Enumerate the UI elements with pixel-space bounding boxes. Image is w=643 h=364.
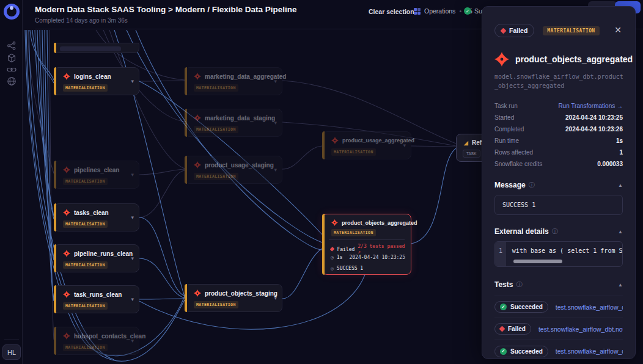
node-product-usage-staging[interactable]: product_usage_staging ▾ MATERIALISATION bbox=[185, 156, 282, 184]
materialisation-badge: MATERIALISATION bbox=[194, 126, 238, 133]
test-link[interactable]: test.snowflake_airflow_dbt.not_null_pr bbox=[556, 348, 623, 355]
operations-label: Operations bbox=[424, 7, 455, 15]
dbt-icon bbox=[494, 52, 509, 67]
globe-icon[interactable] bbox=[7, 76, 17, 86]
test-link[interactable]: test.snowflake_airflow_dbt.not_null_pr bbox=[538, 326, 623, 333]
materialisation-badge: MATERIALISATION bbox=[63, 178, 108, 185]
task-triangle-icon bbox=[463, 140, 469, 146]
node-pipeline-runs-clean[interactable]: pipeline_runs_clean ▾ MATERIALISATION bbox=[54, 244, 139, 272]
succeeded-check-icon: ✓ bbox=[500, 348, 507, 355]
operations-grid-icon bbox=[414, 8, 421, 15]
node-label: product_objects_staging bbox=[205, 290, 277, 297]
tests-summary-link[interactable]: 2/3 tests passed ↗ bbox=[358, 244, 405, 255]
failed-diamond-icon bbox=[501, 27, 507, 34]
pipeline-graph-icon[interactable] bbox=[7, 41, 17, 51]
dbt-icon bbox=[63, 73, 70, 80]
node-label: pipeline_runs_clean bbox=[74, 250, 133, 257]
message-circle-icon: ◎ bbox=[331, 266, 334, 271]
chevron-down-icon[interactable]: ▾ bbox=[274, 296, 277, 301]
node-label: tasks_clean bbox=[74, 209, 109, 216]
materialisation-badge: MATERIALISATION bbox=[194, 84, 238, 92]
materialisation-badge: MATERIALISATION bbox=[543, 26, 599, 35]
test-row: ✓ Succeeded test.snowflake_airflow_dbt.u… bbox=[494, 296, 623, 318]
info-icon: ⓘ bbox=[516, 280, 522, 289]
test-status-pill: Failed bbox=[494, 323, 531, 335]
chevron-down-icon[interactable]: ▾ bbox=[131, 79, 134, 84]
chevron-down-icon[interactable]: ▾ bbox=[131, 172, 134, 178]
node-stripe bbox=[322, 214, 325, 275]
materialisation-badge: MATERIALISATION bbox=[63, 220, 108, 228]
node-clipped-top[interactable] bbox=[54, 43, 139, 53]
dbt-icon bbox=[194, 114, 201, 122]
app-root: HL Modern Data Stack SAAS Tooling > Mode… bbox=[0, 0, 643, 364]
node-hubspot-contacts-clean[interactable]: hubspot_contacts_clean ▾ MATERIALISATION bbox=[54, 327, 139, 355]
connections-link-icon[interactable] bbox=[7, 65, 17, 75]
message-box: SUCCESS 1 bbox=[494, 195, 623, 215]
success-label: Su bbox=[474, 7, 482, 15]
detail-row-snowflake-credits: Snowflake credits 0.000033 bbox=[494, 158, 623, 170]
node-product-objects-staging[interactable]: product_objects_staging ▾ MATERIALISATIO… bbox=[185, 284, 282, 312]
sidebar-divider bbox=[4, 340, 19, 340]
clock-icon: ◷ bbox=[331, 255, 334, 260]
collapse-arrow-icon[interactable]: ▲ bbox=[618, 229, 623, 235]
external-details-section-header: External details ⓘ ▲ bbox=[494, 227, 623, 236]
success-check-icon: ✓ bbox=[464, 7, 471, 15]
node-stripe bbox=[54, 327, 56, 355]
detail-row-completed: Completed 2024-04-24 10:23:26 bbox=[494, 123, 623, 135]
close-icon[interactable]: ✕ bbox=[614, 25, 622, 35]
test-link[interactable]: test.snowflake_airflow_dbt.unique_pro bbox=[556, 304, 623, 311]
chevron-down-icon[interactable]: ▾ bbox=[403, 143, 406, 148]
test-status-pill: ✓ Succeeded bbox=[494, 346, 548, 357]
chevron-down-icon[interactable]: ▾ bbox=[274, 120, 277, 126]
failed-diamond-icon bbox=[330, 247, 335, 252]
node-stripe bbox=[185, 156, 187, 184]
task-run-link[interactable]: Run Transformations → bbox=[558, 103, 623, 109]
node-stripe bbox=[54, 203, 56, 231]
materialisation-badge: MATERIALISATION bbox=[63, 302, 108, 310]
collapse-arrow-icon[interactable]: ▲ bbox=[618, 183, 623, 188]
node-marketing-data-staging[interactable]: marketing_data_staging ▾ MATERIALISATION bbox=[185, 109, 282, 137]
chevron-down-icon[interactable]: ▾ bbox=[131, 215, 134, 220]
node-marketing-data-aggregated[interactable]: marketing_data_aggregated ▾ MATERIALISAT… bbox=[185, 67, 282, 95]
task-badge: TASK bbox=[463, 150, 480, 158]
message-section-header: Message ⓘ ▲ bbox=[494, 181, 623, 189]
chevron-down-icon[interactable]: ▾ bbox=[131, 297, 134, 302]
chevron-down-icon[interactable]: ▾ bbox=[274, 167, 277, 173]
node-product-objects-aggregated-selected[interactable]: product_objects_aggregated ▴ MATERIALISA… bbox=[322, 214, 411, 275]
node-task-runs-clean[interactable]: task_runs_clean ▾ MATERIALISATION bbox=[54, 285, 139, 313]
dbt-icon bbox=[63, 250, 70, 257]
dbt-icon bbox=[194, 73, 201, 80]
node-pipelines-clean[interactable]: pipelines_clean ▾ MATERIALISATION bbox=[54, 161, 139, 189]
dbt-icon bbox=[63, 166, 70, 173]
user-avatar[interactable]: HL bbox=[2, 344, 21, 360]
horizontal-scrollbar[interactable] bbox=[513, 260, 562, 263]
node-stripe bbox=[185, 67, 187, 95]
node-tasks-clean[interactable]: tasks_clean ▾ MATERIALISATION bbox=[54, 203, 139, 231]
node-stripe bbox=[54, 244, 56, 272]
node-stripe bbox=[185, 109, 187, 137]
clear-selection-button[interactable]: Clear selection bbox=[369, 8, 414, 15]
materialisation-badge: MATERIALISATION bbox=[63, 261, 108, 269]
chevron-down-icon[interactable]: ▾ bbox=[131, 256, 134, 261]
chevron-down-icon[interactable]: ▾ bbox=[274, 79, 277, 84]
test-row: ✓ Succeeded test.snowflake_airflow_dbt.n… bbox=[494, 340, 623, 359]
sidebar: HL bbox=[0, 0, 23, 364]
external-code-block[interactable]: 1 with base as ( select 1 from SNOWFLAKE bbox=[494, 241, 623, 267]
chevron-down-icon[interactable]: ▾ bbox=[131, 338, 134, 344]
node-divider bbox=[329, 239, 405, 240]
dbt-icon bbox=[63, 332, 70, 340]
node-label: product_objects_aggregated bbox=[342, 220, 417, 226]
node-logins-clean[interactable]: logins_clean ▾ MATERIALISATION bbox=[54, 67, 139, 95]
success-filter[interactable]: ✓ Su bbox=[464, 7, 482, 15]
node-product-usage-aggregated[interactable]: product_usage_aggregated ▾ MATERIALISATI… bbox=[322, 131, 411, 159]
failed-diamond-icon bbox=[499, 326, 505, 332]
collapse-arrow-icon[interactable]: ▲ bbox=[618, 282, 623, 288]
run-status-subtitle: Completed 14 days ago in 3m 36s bbox=[35, 17, 128, 24]
chevron-up-icon[interactable]: ▴ bbox=[403, 222, 406, 227]
tests-section-header: Tests ⓘ ▲ bbox=[494, 280, 623, 289]
materialisation-badge: MATERIALISATION bbox=[63, 84, 108, 92]
integrations-cube-icon[interactable] bbox=[7, 53, 17, 63]
dbt-icon bbox=[63, 291, 70, 298]
app-logo-icon[interactable] bbox=[4, 4, 20, 20]
node-stripe bbox=[185, 284, 187, 312]
